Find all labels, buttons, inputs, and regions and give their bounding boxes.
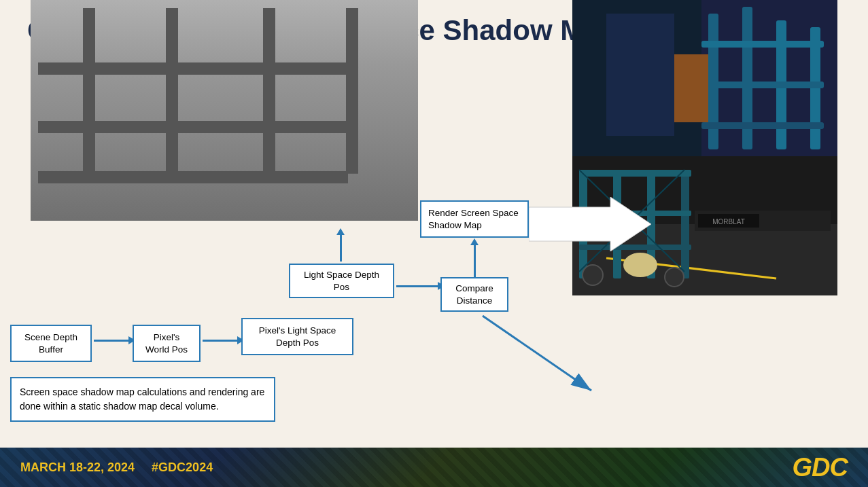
arrow-compare-to-render [474, 245, 476, 277]
big-white-arrow [529, 197, 651, 251]
svg-rect-9 [606, 14, 674, 136]
svg-point-25 [623, 253, 657, 277]
box-scene-depth-label: Scene Depth Buffer [24, 332, 77, 355]
arrow-depth-to-world [94, 340, 129, 342]
svg-rect-18 [579, 170, 691, 177]
svg-rect-7 [701, 122, 824, 129]
bottom-bar: MARCH 18-22, 2024 #GDC2024 GDC [0, 448, 868, 487]
scene-top-svg [572, 0, 837, 156]
box-compare: Compare Distance [440, 277, 508, 312]
slide: Calculating The Screen Space Shadow Map [0, 0, 868, 487]
box-light-space-label: Light Space Depth Pos [304, 270, 379, 292]
box-pixels-light: Pixel's Light Space Depth Pos [241, 318, 353, 355]
bottom-date: MARCH 18-22, 2024 #GDC2024 [20, 461, 213, 474]
svg-rect-17 [681, 170, 689, 278]
svg-rect-6 [701, 82, 824, 88]
arrow-lightspace-to-compare [396, 285, 438, 287]
box-light-space: Light Space Depth Pos [289, 264, 394, 298]
scene-image-top [572, 0, 837, 156]
svg-point-23 [583, 265, 603, 285]
box-note: Screen space shadow map calculations and… [10, 377, 275, 422]
box-scene-depth: Scene Depth Buffer [10, 325, 92, 362]
box-note-label: Screen space shadow map calculations and… [20, 386, 264, 412]
svg-rect-5 [701, 41, 824, 48]
svg-point-24 [665, 268, 684, 287]
gdc-logo-text: GDC [793, 453, 848, 482]
box-compare-label: Compare Distance [455, 283, 493, 306]
svg-marker-29 [529, 197, 651, 251]
box-render: Render Screen Space Shadow Map [420, 200, 529, 238]
svg-rect-10 [674, 54, 708, 122]
box-pixels-world: Pixel's World Pos [133, 325, 201, 362]
shadow-map-inner [31, 0, 418, 221]
arrow-lightspace-up [340, 234, 342, 261]
bottom-date-hashtag: MARCH 18-22, 2024 #GDC2024 [20, 461, 213, 475]
arrow-world-to-light [203, 340, 238, 342]
box-pixels-world-label: Pixel's World Pos [145, 332, 188, 355]
diagonal-arrow [476, 309, 612, 397]
svg-text:MORBLAT: MORBLAT [712, 218, 745, 226]
svg-line-31 [483, 316, 591, 391]
box-pixels-light-label: Pixel's Light Space Depth Pos [259, 325, 336, 348]
box-render-label: Render Screen Space Shadow Map [428, 208, 519, 230]
gdc-logo: GDC [793, 453, 848, 482]
shadow-map-image [31, 0, 418, 221]
